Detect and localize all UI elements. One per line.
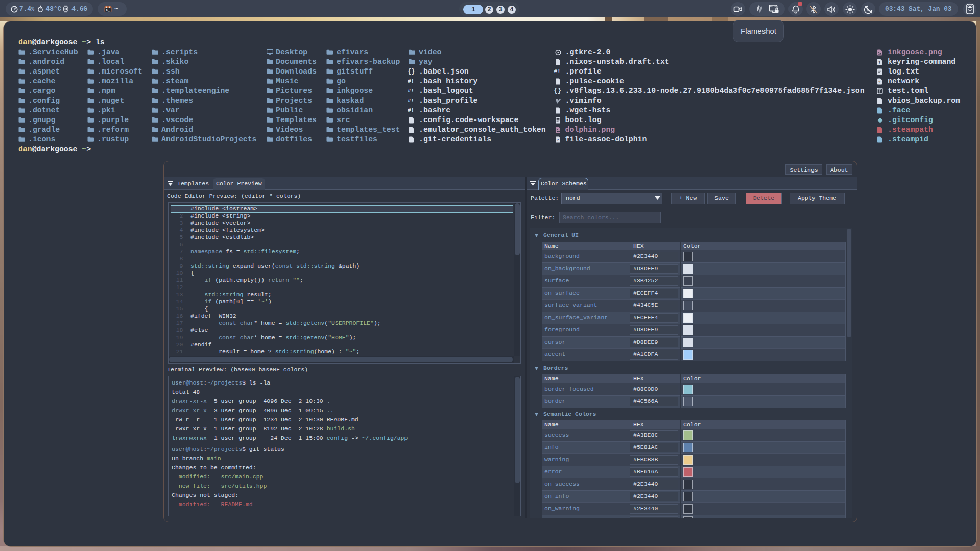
svg-text:>_: >_ [106,9,110,12]
svg-text:?: ? [557,138,559,142]
svg-text:?: ? [878,80,880,84]
svg-text:?: ? [878,61,880,65]
